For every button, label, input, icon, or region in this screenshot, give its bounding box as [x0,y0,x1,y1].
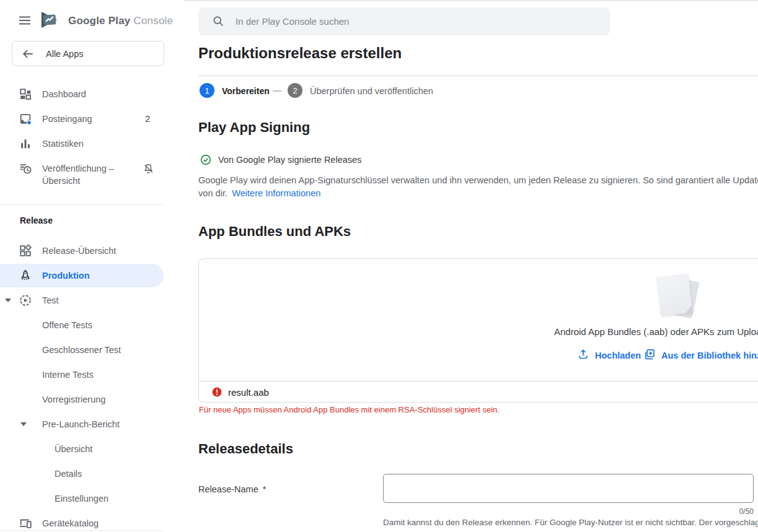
sidebar: Google PlayConsole Alle Apps Dashboard [0,0,183,532]
devices-icon [19,517,32,530]
release-name-input[interactable] [383,474,754,503]
all-apps-button[interactable]: Alle Apps [12,41,164,66]
sidebar-item-closed-test[interactable]: Geschlossener Test [0,338,164,362]
release-name-label: Release-Name* [198,484,266,494]
uploaded-file-name: result.aab [228,387,269,398]
sidebar-bottom-divider [0,530,164,531]
upload-button[interactable]: Hochladen [577,348,641,362]
sidebar-label-prelaunch-report: Pre-Launch-Bericht [42,419,120,429]
play-console-window: Google PlayConsole Alle Apps Dashboard [0,0,758,532]
sidebar-label-dashboard: Dashboard [42,89,86,99]
error-icon [211,386,223,398]
sidebar-item-device-catalog[interactable]: Gerätekatalog [0,511,164,532]
sidebar-label-prelaunch-settings: Einstellungen [55,494,108,504]
sidebar-label-preregistration: Vorregistrierung [42,395,105,404]
hamburger-menu-button[interactable] [16,12,33,30]
title-divider [198,76,758,76]
library-button-label: Aus der Bibliothek hinzufügen [661,351,758,360]
required-marker: * [263,484,267,494]
hamburger-icon [17,13,32,30]
sidebar-item-production[interactable]: Produktion [0,264,164,287]
sidebar-label-prelaunch-details: Details [55,469,82,479]
check-circle-icon [200,154,212,166]
step-1-indicator[interactable]: 1 [200,83,214,98]
signing-description-line2-text: von dir. [198,188,227,198]
sidebar-item-open-tests[interactable]: Offene Tests [0,313,164,338]
learn-more-link[interactable]: Weitere Informationen [232,188,320,198]
step-2-indicator[interactable]: 2 [288,83,302,98]
page-title: Produktionsrelease erstellen [198,45,402,62]
sidebar-label-closed-test: Geschlossener Test [42,345,121,355]
sidebar-item-prelaunch-settings[interactable]: Einstellungen [0,486,164,511]
bundle-error-message: Für neue Apps müssen Android App Bundles… [199,405,500,414]
paper-stack-icon [656,273,692,316]
sidebar-label-device-catalog: Gerätekatalog [42,518,99,528]
bundle-upload-card: Android App Bundles (.aab) oder APKs zum… [198,258,758,403]
sidebar-label-production: Produktion [42,271,90,281]
notifications-off-icon[interactable] [143,163,154,175]
publishing-overview-icon [19,162,32,175]
sidebar-label-publishing-overview: Veröffentlichung – Übersicht [42,162,141,187]
sidebar-label-inbox: Posteingang [42,114,92,124]
inbox-icon [19,112,32,126]
release-name-label-text: Release-Name [198,484,258,494]
signing-status-text: Von Google Play signierte Releases [218,155,361,165]
step-1-label[interactable]: Vorbereiten [222,86,270,96]
sidebar-label-prelaunch-overview: Übersicht [55,444,92,454]
char-counter: 0/50 [383,507,754,516]
signing-heading: Play App Signing [198,120,310,136]
all-apps-label: Alle Apps [46,49,83,59]
dashboard-icon [19,87,32,101]
sidebar-item-release-overview[interactable]: Release-Übersicht [0,238,164,263]
sidebar-item-prelaunch-details[interactable]: Details [0,461,164,486]
dropzone-caption: Android App Bundles (.aab) oder APKs zum… [554,326,758,337]
back-arrow-icon [21,47,35,61]
step-connector [273,90,281,92]
sidebar-item-prelaunch-overview[interactable]: Übersicht [0,437,164,461]
bundles-heading: App Bundles und APKs [198,224,351,240]
add-from-library-button[interactable]: Aus der Bibliothek hinzufügen [643,348,758,362]
rocket-icon [19,269,32,282]
sidebar-label-release-overview: Release-Übersicht [42,246,116,256]
bar-chart-icon [19,137,32,150]
upload-icon [577,348,589,362]
search-input[interactable] [198,7,610,35]
release-overview-icon [19,244,32,258]
step-2-label[interactable]: Überprüfen und veröffentlichen [310,86,433,96]
library-add-icon [643,348,656,362]
play-console-logo-icon [40,10,63,32]
release-details-heading: Releasedetails [198,441,293,457]
chevron-down-icon[interactable] [20,422,27,426]
sidebar-item-inbox[interactable]: Posteingang 2 [0,107,164,131]
sidebar-label-statistics: Statistiken [42,139,84,149]
play-console-logo[interactable]: Google PlayConsole [40,10,173,32]
sidebar-label-test: Test [42,295,59,305]
logo-text-console: Console [133,15,173,27]
signing-description-line2: von dir. Weitere Informationen [198,188,320,198]
upload-button-label: Hochladen [595,351,641,360]
sidebar-section-release: Release [20,216,53,225]
sidebar-item-prelaunch-report[interactable]: Pre-Launch-Bericht [0,412,164,437]
sidebar-label-open-tests: Offene Tests [42,320,92,330]
sidebar-item-test[interactable]: Test [0,288,164,313]
signing-description-line1: Google Play wird deinen App-Signaturschl… [198,175,758,185]
main-content: Produktionsrelease erstellen 1 Vorbereit… [198,0,758,532]
sidebar-item-publishing-overview[interactable]: Veröffentlichung – Übersicht [0,156,164,193]
inbox-count-badge: 2 [145,114,150,124]
release-name-helper-line1: Damit kannst du den Release erkennen. Fü… [383,518,758,527]
logo-text-google-play: Google Play [68,15,130,27]
test-icon [19,294,32,307]
global-search [198,7,610,35]
sidebar-item-internal-tests[interactable]: Interne Tests [0,362,164,387]
sidebar-label-internal-tests: Interne Tests [42,370,94,380]
sidebar-divider [0,204,164,205]
sidebar-item-dashboard[interactable]: Dashboard [0,82,164,107]
chevron-down-icon[interactable] [5,299,11,302]
uploaded-file-row[interactable]: result.aab [199,382,758,403]
sidebar-item-preregistration[interactable]: Vorregistrierung [0,387,164,412]
sidebar-item-statistics[interactable]: Statistiken [0,131,164,156]
